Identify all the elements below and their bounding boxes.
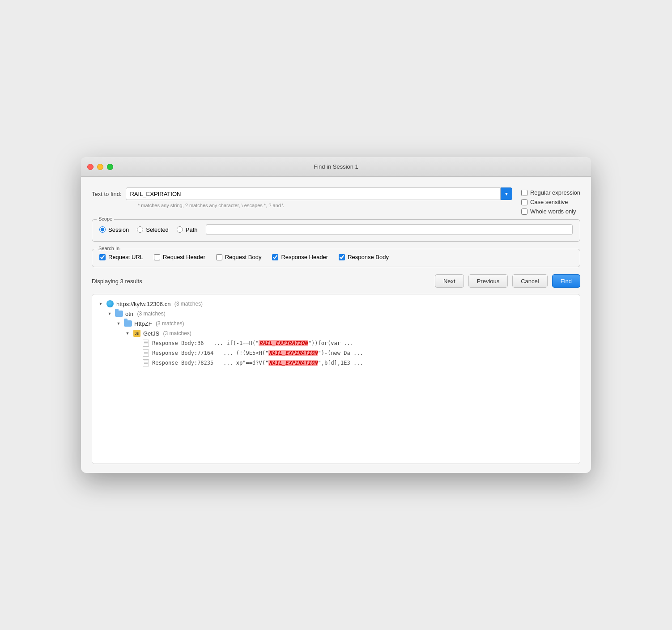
maximize-button[interactable] [107, 164, 113, 170]
regular-expression-label: Regular expression [530, 189, 580, 196]
doc-icon-3 [142, 359, 150, 367]
result-3-context-after: ",b[d],1E3 ... [318, 360, 363, 366]
cancel-button[interactable]: Cancel [512, 274, 547, 288]
traffic-lights [87, 164, 113, 170]
result-2-context-before: ... (!(9E5<H(" [217, 350, 269, 356]
request-header-label: Request Header [163, 254, 205, 260]
result-3-highlight: RAIL_EXPIRATION [268, 360, 318, 366]
case-sensitive-label: Case sensitive [530, 199, 568, 205]
scope-session-label: Session [108, 226, 129, 233]
scope-selected-label: Selected [146, 226, 169, 233]
text-to-find-label: Text to find: [92, 191, 121, 197]
scope-session-radio[interactable] [99, 226, 106, 233]
response-header-label: Response Header [281, 254, 328, 260]
response-body-label: Response Body [348, 254, 389, 260]
regular-expression-checkbox[interactable] [521, 190, 527, 196]
getjs-label: GetJS [143, 330, 159, 337]
tree-node-getjs: ▼ JS GetJS (3 matches) [124, 328, 574, 338]
result-1-context-before: ... if(-1==H(" [207, 340, 259, 346]
whole-words-checkbox[interactable] [521, 209, 527, 215]
root-label: https://kyfw.12306.cn [116, 301, 170, 307]
scope-legend: Scope [97, 216, 114, 221]
search-in-response-header: Response Header [272, 254, 328, 260]
scope-row: Session Selected Path [99, 224, 573, 235]
result-3-context-before: ... xp"==d?V(" [217, 360, 269, 366]
result-2-text: Response Body:77164 ... (!(9E5<H("RAIL_E… [152, 350, 363, 356]
folder-icon-httpzf [124, 319, 132, 328]
results-count: Displaying 3 results [92, 278, 430, 285]
otn-label: otn [125, 311, 133, 317]
case-sensitive-checkbox[interactable] [521, 199, 527, 205]
root-match-count: (3 matches) [173, 301, 203, 307]
request-url-checkbox[interactable] [99, 254, 106, 260]
close-button[interactable] [87, 164, 94, 170]
results-bar: Displaying 3 results Next Previous Cance… [92, 274, 580, 288]
find-button[interactable]: Find [552, 274, 580, 288]
getjs-toggle[interactable]: ▼ [124, 330, 131, 336]
next-button[interactable]: Next [435, 274, 464, 288]
search-hint: * matches any string, ? matches any char… [138, 203, 512, 208]
request-header-checkbox[interactable] [154, 254, 160, 260]
scope-path-label: Path [186, 226, 198, 233]
results-panel: ▼ https://kyfw.12306.cn (3 matches) ▼ ot… [92, 294, 580, 464]
minimize-button[interactable] [97, 164, 103, 170]
httpzf-toggle[interactable]: ▼ [115, 320, 122, 327]
result-row-3[interactable]: ▶ Response Body:78235 ... xp"==d?V("RAIL… [133, 358, 574, 368]
case-sensitive-row: Case sensitive [521, 199, 580, 205]
tree-node-httpzf: ▼ HttpZF (3 matches) [115, 319, 574, 328]
result-row-2[interactable]: ▶ Response Body:77164 ... (!(9E5<H("RAIL… [133, 348, 574, 358]
search-in-request-body: Request Body [216, 254, 262, 260]
result-2-prefix: Response Body:77164 [152, 350, 213, 356]
whole-words-row: Whole words only [521, 208, 580, 215]
search-in-legend: Search In [97, 246, 121, 251]
result-1-context-after: "))for(var ... [308, 340, 353, 346]
scope-selected-option: Selected [137, 226, 169, 233]
request-url-label: Request URL [108, 254, 143, 260]
search-in-row: Request URL Request Header Request Body … [99, 254, 573, 260]
search-in-fieldset: Search In Request URL Request Header Req… [92, 249, 580, 267]
doc-icon-2 [142, 349, 150, 357]
doc-icon-1 [142, 339, 150, 347]
getjs-match-count: (3 matches) [162, 330, 191, 336]
chevron-down-icon: ▼ [504, 192, 509, 196]
request-body-label: Request Body [225, 254, 262, 260]
tree-node-otn: ▼ otn (3 matches) [106, 309, 574, 319]
search-input[interactable] [126, 187, 501, 200]
folder-icon-otn [115, 310, 123, 318]
search-input-wrapper: ▼ [126, 187, 512, 200]
search-in-request-url: Request URL [99, 254, 143, 260]
otn-toggle[interactable]: ▼ [106, 311, 113, 317]
options-panel: Regular expression Case sensitive Whole … [521, 187, 580, 217]
scope-path-option: Path [177, 226, 198, 233]
result-1-prefix: Response Body:36 [152, 340, 204, 346]
whole-words-label: Whole words only [530, 208, 576, 215]
httpzf-label: HttpZF [134, 320, 152, 327]
httpzf-match-count: (3 matches) [154, 320, 184, 327]
result-1-highlight: RAIL_EXPIRATION [259, 340, 308, 346]
regular-expression-row: Regular expression [521, 189, 580, 196]
js-icon: JS [133, 329, 141, 337]
scope-session-option: Session [99, 226, 129, 233]
window-title: Find in Session 1 [314, 163, 358, 170]
dialog-content: Text to find: ▼ * matches any string, ? … [81, 177, 591, 473]
result-2-context-after: ")-(new Da ... [318, 350, 363, 356]
response-header-checkbox[interactable] [272, 254, 278, 260]
response-body-checkbox[interactable] [339, 254, 345, 260]
request-body-checkbox[interactable] [216, 254, 222, 260]
text-to-find-row: Text to find: ▼ [92, 187, 512, 200]
title-bar: Find in Session 1 [81, 157, 591, 177]
root-toggle[interactable]: ▼ [98, 301, 104, 307]
search-dropdown-button[interactable]: ▼ [501, 187, 512, 200]
find-dialog-window: Find in Session 1 Text to find: ▼ * matc… [81, 157, 591, 473]
scope-selected-radio[interactable] [137, 226, 143, 233]
result-2-highlight: RAIL_EXPIRATION [268, 350, 318, 356]
result-row-1[interactable]: ▶ Response Body:36 ... if(-1==H("RAIL_EX… [133, 338, 574, 348]
search-in-response-body: Response Body [339, 254, 389, 260]
tree-root: ▼ https://kyfw.12306.cn (3 matches) [98, 299, 574, 309]
globe-icon [106, 300, 114, 308]
previous-button[interactable]: Previous [468, 274, 508, 288]
otn-match-count: (3 matches) [136, 311, 166, 317]
search-in-request-header: Request Header [154, 254, 205, 260]
scope-path-input[interactable] [206, 224, 573, 235]
scope-path-radio[interactable] [177, 226, 183, 233]
